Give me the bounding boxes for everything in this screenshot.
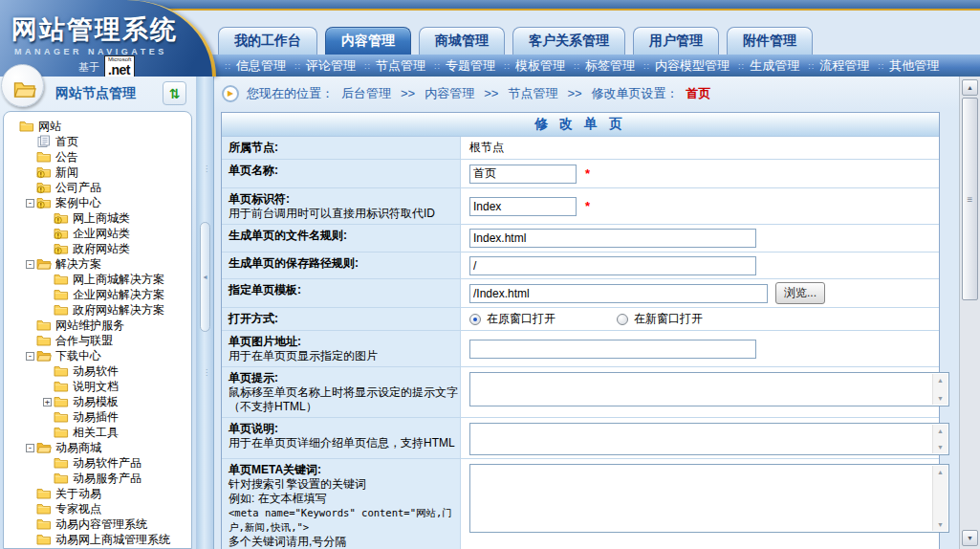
tree-item[interactable]: 合作与联盟 — [4, 333, 191, 348]
tree-item[interactable]: 动易内容管理系统 — [4, 516, 191, 532]
expand-box[interactable]: - — [24, 199, 36, 208]
tree-item[interactable]: 公司产品 — [4, 180, 191, 195]
field-value-cell: ▲▼ — [461, 418, 958, 458]
expand-box[interactable]: - — [24, 260, 36, 269]
tree-item[interactable]: 说明文档 — [4, 379, 191, 394]
tree-item[interactable]: -解决方案 — [4, 256, 191, 272]
submenu-item[interactable]: 其他管理 — [889, 57, 939, 75]
breadcrumb-link[interactable]: 节点管理 — [508, 85, 557, 102]
textarea-scrollbar[interactable]: ▲▼ — [932, 466, 947, 531]
tree-item[interactable]: 动易插件 — [4, 409, 191, 425]
tree-item[interactable]: -动易商城 — [4, 440, 191, 455]
tree-item[interactable]: 网站维护服务 — [4, 318, 191, 333]
radio-option[interactable]: 在新窗口打开 — [617, 311, 703, 327]
submenu-item[interactable]: 流程管理 — [819, 57, 869, 75]
tree-item[interactable]: 动易软件 — [4, 363, 191, 379]
submenu-item[interactable]: 生成管理 — [750, 57, 799, 75]
logo-block: 网站管理系统 MANAGER NAVIGATES 基于 Microsoft .n… — [0, 0, 212, 77]
textarea-scrollbar[interactable]: ▲▼ — [932, 425, 947, 453]
submenu-item[interactable]: 标签管理 — [585, 57, 635, 75]
text-input[interactable] — [469, 340, 756, 359]
tree-item[interactable]: 动易软件产品 — [4, 455, 191, 471]
tab-item[interactable]: 商城管理 — [419, 27, 505, 55]
tree-item[interactable]: 专家视点 — [4, 501, 191, 516]
refresh-button[interactable]: ⇅ — [163, 81, 186, 105]
tab-item[interactable]: 客户关系管理 — [512, 27, 625, 55]
field-hint: <meta name="Keywords" content="网站,门户,新闻,… — [229, 506, 458, 535]
folder-icon — [54, 364, 69, 378]
tree-item[interactable]: 新闻 — [4, 165, 191, 180]
radio-label: 在原窗口打开 — [487, 311, 555, 327]
scroll-up-button[interactable]: ▲ — [962, 79, 978, 96]
folder-icon — [36, 533, 52, 546]
tab-item[interactable]: 附件管理 — [727, 27, 813, 55]
tab-active[interactable]: 内容管理 — [325, 27, 411, 55]
main-panel: ▶ 您现在的位置： 后台管理>>内容管理>>节点管理>> 修改单页设置： 首页 … — [213, 77, 959, 549]
tab-item[interactable]: 用户管理 — [633, 27, 719, 55]
form-rows: 所属节点:根节点单页名称:*单页标识符:用于前台调用时可以直接用标识符取代ID*… — [222, 137, 939, 549]
radio-unselected-icon[interactable] — [617, 314, 628, 325]
submenu-item[interactable]: 模板管理 — [515, 57, 565, 75]
form-title: 修 改 单 页 — [222, 113, 939, 137]
field-label-cell: 单页提示:鼠标移至单页名称上时将显示设定的提示文字（不支持HTML） — [222, 367, 461, 417]
tree-item[interactable]: 政府网站类 — [4, 241, 191, 256]
tree-item[interactable]: 首页 — [4, 134, 191, 149]
textarea-scroll-up-icon: ▲ — [937, 428, 944, 434]
folder-open-icon — [36, 441, 52, 454]
tree-item-label: 网上商城类 — [73, 210, 130, 227]
field-label-cell: 指定单页模板: — [222, 279, 461, 307]
textarea-scrollbar[interactable]: ▲▼ — [932, 374, 947, 405]
tree-item[interactable]: 政府网站解决方案 — [4, 302, 191, 318]
tree-item[interactable]: 网站 — [4, 119, 191, 134]
text-input[interactable] — [469, 229, 756, 248]
tree-item[interactable]: +动易模板 — [4, 394, 191, 409]
vertical-scrollbar[interactable]: ▲ ≡ ▼ — [959, 77, 980, 549]
tree-item[interactable]: -下载中心 — [4, 348, 191, 363]
radio-option[interactable]: 在原窗口打开 — [469, 311, 555, 327]
form-row: 打开方式:在原窗口打开在新窗口打开 — [222, 308, 939, 331]
folder-icon — [36, 150, 52, 164]
expand-box[interactable]: - — [24, 444, 36, 452]
splitter-collapse-handle[interactable]: ◂ — [200, 222, 210, 332]
radio-selected-icon[interactable] — [469, 314, 481, 325]
tree-item[interactable]: 网上商城类 — [4, 210, 191, 226]
form-row: 生成单页的保存路径规则: — [222, 253, 939, 279]
submenu-item[interactable]: 内容模型管理 — [655, 57, 730, 75]
field-value-cell: 在原窗口打开在新窗口打开 — [461, 308, 939, 330]
tree-item[interactable]: 动易服务产品 — [4, 471, 191, 486]
breadcrumb-link[interactable]: 后台管理 — [341, 85, 391, 102]
submenu-item[interactable]: 信息管理 — [236, 57, 286, 75]
textarea-input[interactable]: ▲▼ — [469, 372, 949, 406]
submenu-item[interactable]: 评论管理 — [306, 57, 356, 75]
tree-item[interactable]: 相关工具 — [4, 425, 191, 440]
field-label: 单页图片地址: — [229, 335, 458, 349]
collapse-icon: - — [26, 352, 34, 361]
collapse-icon: - — [26, 260, 34, 269]
textarea-input[interactable]: ▲▼ — [469, 464, 949, 533]
breadcrumb-action: 修改单页设置： — [592, 85, 679, 102]
tree-item[interactable]: 企业网站类 — [4, 226, 191, 241]
tree-item-label: 动易网上商城管理系统 — [55, 532, 170, 548]
expand-box[interactable]: - — [24, 352, 36, 361]
field-label-cell: 单页说明:用于在单页页详细介绍单页信息，支持HTML — [222, 418, 461, 458]
tree-item[interactable]: -案例中心 — [4, 195, 191, 210]
tree-item[interactable]: 动易网上商城管理系统 — [4, 532, 191, 547]
text-input[interactable] — [469, 165, 577, 184]
browse-button[interactable]: 浏览... — [775, 282, 825, 304]
submenu-item[interactable]: 节点管理 — [376, 57, 425, 75]
tree-item[interactable]: 关于动易 — [4, 486, 191, 501]
tab-item[interactable]: 我的工作台 — [218, 27, 317, 55]
textarea-input[interactable]: ▲▼ — [469, 423, 949, 455]
text-input[interactable] — [469, 284, 768, 303]
scroll-thumb[interactable]: ≡ — [962, 98, 978, 300]
text-input[interactable] — [469, 256, 756, 275]
expand-box[interactable]: + — [41, 398, 54, 406]
scroll-down-button[interactable]: ▼ — [962, 530, 978, 546]
text-input[interactable] — [469, 197, 577, 216]
tree-item[interactable]: 网上商城解决方案 — [4, 272, 191, 287]
tree-item[interactable]: 公告 — [4, 149, 191, 165]
tree-item[interactable]: 企业网站解决方案 — [4, 287, 191, 302]
form-row: 单页提示:鼠标移至单页名称上时将显示设定的提示文字（不支持HTML）▲▼ — [222, 367, 939, 418]
submenu-item[interactable]: 专题管理 — [446, 57, 495, 75]
breadcrumb-link[interactable]: 内容管理 — [425, 85, 474, 102]
